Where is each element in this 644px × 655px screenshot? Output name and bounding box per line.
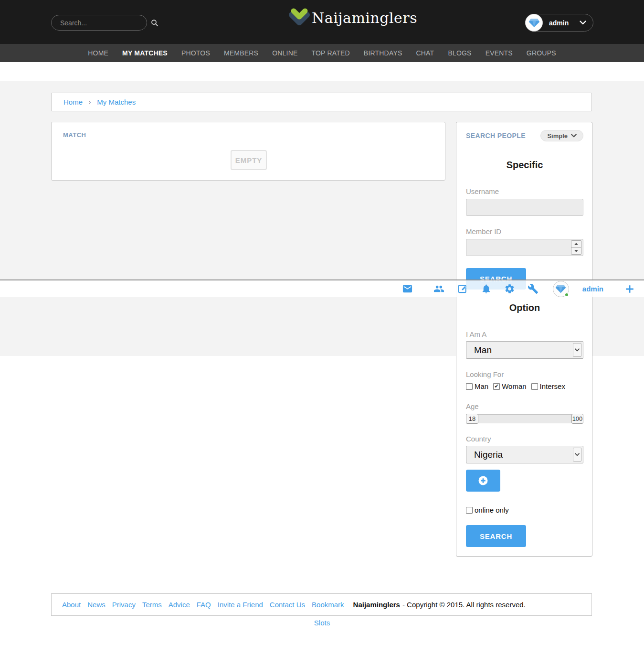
i-am-a-value: Man	[474, 345, 492, 355]
checkbox-man[interactable]: Man	[466, 382, 488, 390]
footer-copyright: - Copyright © 2015. All rights reserved.	[402, 601, 526, 609]
page: Naijaminglers admin HOME MY MATCHES PHOT…	[0, 0, 644, 655]
chevron-down-icon	[571, 134, 577, 138]
checkbox-label: Man	[475, 382, 488, 390]
checkbox-box[interactable]	[531, 383, 538, 390]
checkbox-intersex[interactable]: Intersex	[531, 382, 565, 390]
chevron-down-icon	[580, 21, 586, 25]
age-max-handle[interactable]: 100	[571, 414, 583, 424]
footer-link-advice[interactable]: Advice	[169, 601, 190, 609]
username-label: Username	[466, 187, 499, 195]
chevron-down-icon	[573, 343, 581, 357]
search-input[interactable]	[52, 19, 150, 27]
envelope-icon[interactable]	[402, 283, 413, 294]
footer-link-invite[interactable]: Invite a Friend	[218, 601, 263, 609]
member-id-label: Member ID	[466, 227, 501, 236]
main-nav: HOME MY MATCHES PHOTOS MEMBERS ONLINE TO…	[0, 44, 644, 62]
username-input[interactable]	[466, 199, 583, 216]
avatar	[525, 14, 543, 32]
nav-item-groups[interactable]: GROUPS	[527, 49, 556, 57]
search-mode-label: Simple	[547, 132, 568, 140]
nav-item-birthdays[interactable]: BIRTHDAYS	[364, 49, 402, 57]
footer-link-privacy[interactable]: Privacy	[112, 601, 136, 609]
search-button-bottom[interactable]: SEARCH	[466, 525, 526, 547]
i-am-a-label: I Am A	[466, 330, 486, 338]
admin-toolbar: admin	[0, 279, 644, 297]
checkbox-box[interactable]	[466, 383, 473, 390]
admin-avatar[interactable]	[553, 281, 569, 297]
looking-for-options: Man Woman Intersex	[466, 382, 565, 390]
brand-name: Naijaminglers	[312, 10, 417, 26]
footer-link-contact[interactable]: Contact Us	[270, 601, 305, 609]
plus-icon[interactable]	[624, 284, 635, 294]
chevron-down-icon	[573, 448, 581, 462]
match-panel-title: MATCH	[63, 131, 86, 139]
nav-item-members[interactable]: MEMBERS	[224, 49, 258, 57]
checkbox-label: Intersex	[540, 382, 565, 390]
number-spinner	[571, 240, 581, 255]
checkbox-box[interactable]	[493, 383, 500, 390]
breadcrumb-home-link[interactable]: Home	[63, 98, 83, 106]
nav-item-my-matches[interactable]: MY MATCHES	[122, 49, 168, 57]
search-people-title: SEARCH PEOPLE	[466, 132, 526, 140]
footer-brand: Naijaminglers	[353, 601, 400, 609]
age-range-slider[interactable]: 18 100	[466, 414, 583, 423]
online-only-checkbox[interactable]: online only	[466, 506, 509, 514]
i-am-a-select[interactable]: Man	[466, 341, 583, 359]
footer-link-bookmark[interactable]: Bookmark	[312, 601, 344, 609]
checkbox-box[interactable]	[466, 507, 473, 514]
slots-link-row: Slots	[0, 619, 644, 627]
brand-logo[interactable]: Naijaminglers	[288, 7, 417, 28]
country-label: Country	[466, 435, 491, 443]
member-id-field	[466, 239, 583, 256]
match-panel: MATCH EMPTY	[51, 122, 445, 181]
breadcrumb: Home › My Matches	[51, 93, 592, 111]
online-status-dot	[564, 292, 569, 297]
online-only-label: online only	[475, 506, 509, 514]
footer-link-news[interactable]: News	[87, 601, 106, 609]
footer: About News Privacy Terms Advice FAQ Invi…	[51, 593, 592, 616]
nav-item-photos[interactable]: PHOTOS	[181, 49, 210, 57]
heart-logo-icon	[288, 7, 310, 28]
footer-link-terms[interactable]: Terms	[142, 601, 162, 609]
specific-heading: Specific	[456, 160, 593, 171]
search-mode-button[interactable]: Simple	[540, 130, 583, 141]
nav-item-blogs[interactable]: BLOGS	[448, 49, 471, 57]
checkbox-woman[interactable]: Woman	[493, 382, 526, 390]
checkbox-label: Woman	[502, 382, 526, 390]
nav-item-chat[interactable]: CHAT	[416, 49, 434, 57]
looking-for-label: Looking For	[466, 370, 504, 378]
breadcrumb-current-link[interactable]: My Matches	[97, 98, 136, 106]
breadcrumb-separator: ›	[89, 98, 91, 106]
slots-link[interactable]: Slots	[314, 619, 330, 627]
users-icon[interactable]	[433, 283, 445, 294]
gear-icon[interactable]	[504, 283, 515, 294]
bell-icon[interactable]	[481, 283, 492, 294]
spinner-up-button[interactable]	[571, 241, 581, 248]
option-heading: Option	[456, 302, 593, 313]
search-icon[interactable]	[150, 19, 159, 27]
nav-item-online[interactable]: ONLINE	[272, 49, 297, 57]
user-menu[interactable]: admin	[525, 14, 593, 32]
member-id-input[interactable]	[466, 239, 583, 256]
footer-link-faq[interactable]: FAQ	[197, 601, 211, 609]
admin-toolbar-username[interactable]: admin	[582, 285, 603, 293]
plus-circle-icon	[477, 475, 489, 486]
country-select[interactable]: Nigeria	[466, 446, 583, 463]
footer-link-about[interactable]: About	[62, 601, 81, 609]
nav-item-top-rated[interactable]: TOP RATED	[311, 49, 349, 57]
wrench-icon[interactable]	[528, 283, 538, 294]
spinner-down-button[interactable]	[571, 248, 581, 255]
header-search	[51, 15, 147, 31]
nav-item-events[interactable]: EVENTS	[486, 49, 513, 57]
user-name: admin	[549, 19, 569, 27]
country-value: Nigeria	[474, 450, 503, 460]
empty-button[interactable]: EMPTY	[231, 150, 267, 170]
add-country-button[interactable]	[466, 470, 500, 492]
top-header: Naijaminglers admin	[0, 0, 644, 44]
nav-item-home[interactable]: HOME	[88, 49, 108, 57]
compose-icon[interactable]	[457, 283, 468, 294]
age-min-handle[interactable]: 18	[466, 414, 478, 424]
age-label: Age	[466, 402, 479, 410]
search-people-panel: SEARCH PEOPLE Simple Specific Username M…	[456, 122, 592, 557]
